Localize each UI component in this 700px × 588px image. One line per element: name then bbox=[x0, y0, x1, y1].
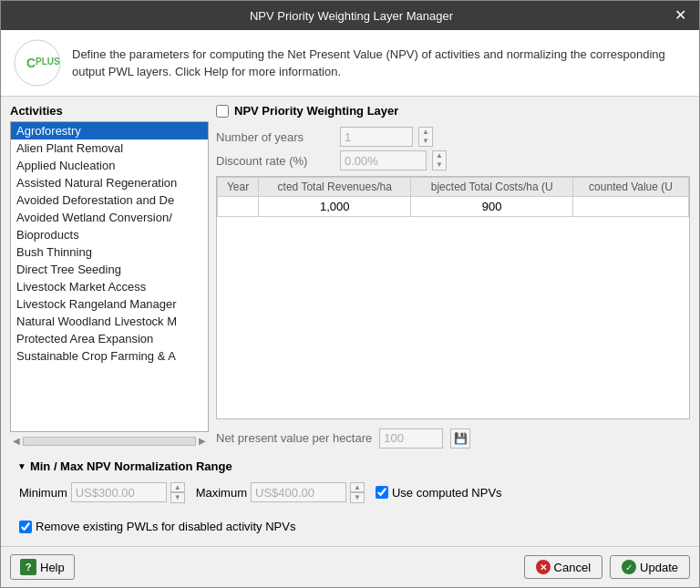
activities-list[interactable]: AgroforestryAlien Plant RemovalApplied N… bbox=[10, 121, 209, 432]
num-years-up[interactable]: ▲ bbox=[419, 128, 432, 137]
scroll-left-arrow[interactable]: ◀ bbox=[10, 436, 23, 446]
min-spin-up[interactable]: ▲ bbox=[170, 482, 185, 493]
minimum-label: Minimum bbox=[19, 486, 67, 500]
col-year: Year bbox=[218, 178, 259, 197]
normalization-title: Min / Max NPV Normalization Range bbox=[30, 459, 232, 473]
npv-table-container[interactable]: Year cted Total Revenues/ha bjected Tota… bbox=[216, 176, 690, 419]
npv-params: Number of years ▲ ▼ Discount rate (%) bbox=[216, 127, 690, 170]
minimum-input[interactable] bbox=[71, 482, 167, 502]
list-item[interactable]: Direct Tree Seeding bbox=[11, 261, 208, 278]
npv-header: NPV Priority Weighting Layer bbox=[216, 104, 690, 118]
normalization-header[interactable]: ▼ Min / Max NPV Normalization Range bbox=[10, 456, 690, 477]
col-revenues: cted Total Revenues/ha bbox=[259, 178, 411, 197]
discount-rate-down[interactable]: ▼ bbox=[433, 160, 446, 170]
list-item[interactable]: Natural Woodland Livestock M bbox=[11, 313, 208, 330]
cplus-logo: C PLUS bbox=[14, 39, 61, 87]
list-item[interactable]: Bioproducts bbox=[11, 226, 208, 243]
svg-text:C: C bbox=[26, 56, 36, 70]
npv-per-hectare-label: Net present value per hectare bbox=[216, 431, 372, 445]
num-years-label: Number of years bbox=[216, 130, 335, 144]
maximum-group: Maximum ▲ ▼ bbox=[196, 482, 365, 503]
table-row: 1,000 900 bbox=[218, 197, 689, 217]
main-content: Activities AgroforestryAlien Plant Remov… bbox=[1, 97, 699, 546]
activities-panel: Activities AgroforestryAlien Plant Remov… bbox=[10, 104, 209, 449]
use-computed-label: Use computed NPVs bbox=[392, 486, 502, 500]
npv-checkbox-label: NPV Priority Weighting Layer bbox=[234, 104, 398, 118]
use-computed-checkbox[interactable] bbox=[376, 486, 388, 499]
list-item[interactable]: Agroforestry bbox=[11, 122, 208, 139]
min-spin-down[interactable]: ▼ bbox=[170, 492, 185, 503]
col-costs: bjected Total Costs/ha (U bbox=[411, 178, 573, 197]
update-icon: ✓ bbox=[622, 560, 636, 574]
help-label: Help bbox=[40, 561, 65, 574]
bottom-bar: ? Help ✕ Cancel ✓ Update bbox=[1, 546, 699, 587]
discount-rate-label: Discount rate (%) bbox=[216, 154, 335, 168]
dialog-title: NPV Priority Weighting Layer Manager bbox=[32, 9, 671, 23]
cell-value bbox=[573, 197, 689, 217]
remove-pwl-row: Remove existing PWLs for disabled activi… bbox=[10, 516, 690, 539]
cell-costs: 900 bbox=[411, 197, 573, 217]
num-years-row: Number of years ▲ ▼ bbox=[216, 127, 690, 147]
remove-pwl-checkbox[interactable] bbox=[19, 521, 32, 533]
table-header-row: Year cted Total Revenues/ha bjected Tota… bbox=[218, 178, 689, 197]
dialog-body: C PLUS Define the parameters for computi… bbox=[1, 30, 699, 587]
discount-rate-up[interactable]: ▲ bbox=[433, 151, 446, 160]
cancel-label: Cancel bbox=[554, 561, 591, 574]
discount-rate-spinner: ▲ ▼ bbox=[432, 150, 447, 170]
list-item[interactable]: Avoided Wetland Conversion/ bbox=[11, 209, 208, 226]
list-item[interactable]: Bush Thinning bbox=[11, 243, 208, 261]
collapse-arrow-icon: ▼ bbox=[17, 461, 26, 471]
remove-pwl-label: Remove existing PWLs for disabled activi… bbox=[36, 520, 295, 533]
num-years-down[interactable]: ▼ bbox=[419, 137, 432, 146]
npv-checkbox[interactable] bbox=[216, 105, 229, 118]
right-buttons: ✕ Cancel ✓ Update bbox=[524, 555, 690, 579]
normalization-body: Minimum ▲ ▼ Maximum ▲ ▼ bbox=[10, 477, 690, 509]
max-spin-down[interactable]: ▼ bbox=[350, 492, 365, 503]
normalization-section: ▼ Min / Max NPV Normalization Range Mini… bbox=[10, 456, 690, 509]
maximum-spinner: ▲ ▼ bbox=[350, 482, 365, 503]
update-label: Update bbox=[640, 561, 678, 574]
scroll-track[interactable] bbox=[23, 437, 196, 446]
info-description: Define the parameters for computing the … bbox=[72, 46, 686, 81]
svg-text:PLUS: PLUS bbox=[36, 57, 60, 67]
list-item[interactable]: Protected Area Expansion bbox=[11, 330, 208, 347]
activities-list-container: AgroforestryAlien Plant RemovalApplied N… bbox=[10, 121, 209, 449]
npv-footer: Net present value per hectare 💾 bbox=[216, 428, 690, 449]
help-icon: ? bbox=[20, 559, 36, 575]
npv-save-button[interactable]: 💾 bbox=[450, 428, 470, 449]
activities-hscroll: ◀ ▶ bbox=[10, 434, 209, 449]
list-item[interactable]: Livestock Market Access bbox=[11, 278, 208, 295]
npv-table: Year cted Total Revenues/ha bjected Tota… bbox=[217, 177, 689, 217]
num-years-spinner: ▲ ▼ bbox=[418, 127, 433, 147]
dialog: NPV Priority Weighting Layer Manager ✕ C… bbox=[0, 0, 700, 588]
list-item[interactable]: Applied Nucleation bbox=[11, 157, 208, 174]
maximum-input[interactable] bbox=[251, 482, 346, 502]
update-button[interactable]: ✓ Update bbox=[610, 555, 690, 579]
list-item[interactable]: Assisted Natural Regeneration bbox=[11, 174, 208, 191]
num-years-input[interactable] bbox=[340, 127, 413, 147]
cancel-icon: ✕ bbox=[536, 560, 551, 574]
cell-revenues: 1,000 bbox=[259, 197, 411, 217]
activities-npv-row: Activities AgroforestryAlien Plant Remov… bbox=[10, 104, 690, 449]
discount-rate-row: Discount rate (%) ▲ ▼ bbox=[216, 150, 690, 170]
cancel-button[interactable]: ✕ Cancel bbox=[524, 555, 602, 579]
discount-rate-input[interactable] bbox=[340, 150, 427, 170]
list-item[interactable]: Alien Plant Removal bbox=[11, 139, 208, 157]
npv-panel: NPV Priority Weighting Layer Number of y… bbox=[216, 104, 690, 449]
close-button[interactable]: ✕ bbox=[671, 8, 690, 23]
list-item[interactable]: Livestock Rangeland Manager bbox=[11, 295, 208, 313]
minimum-group: Minimum ▲ ▼ bbox=[19, 482, 185, 503]
info-bar: C PLUS Define the parameters for computi… bbox=[1, 30, 699, 97]
list-item[interactable]: Sustainable Crop Farming & A bbox=[11, 347, 208, 365]
scroll-right-arrow[interactable]: ▶ bbox=[196, 436, 209, 446]
list-item[interactable]: Avoided Deforestation and De bbox=[11, 191, 208, 209]
use-computed-group: Use computed NPVs bbox=[376, 486, 502, 500]
help-button[interactable]: ? Help bbox=[10, 554, 75, 580]
maximum-label: Maximum bbox=[196, 486, 247, 500]
activities-title: Activities bbox=[10, 104, 209, 118]
cell-year bbox=[218, 197, 259, 217]
max-spin-up[interactable]: ▲ bbox=[350, 482, 365, 493]
titlebar: NPV Priority Weighting Layer Manager ✕ bbox=[1, 1, 699, 30]
minimum-spinner: ▲ ▼ bbox=[170, 482, 185, 503]
npv-per-hectare-input[interactable] bbox=[379, 428, 443, 449]
